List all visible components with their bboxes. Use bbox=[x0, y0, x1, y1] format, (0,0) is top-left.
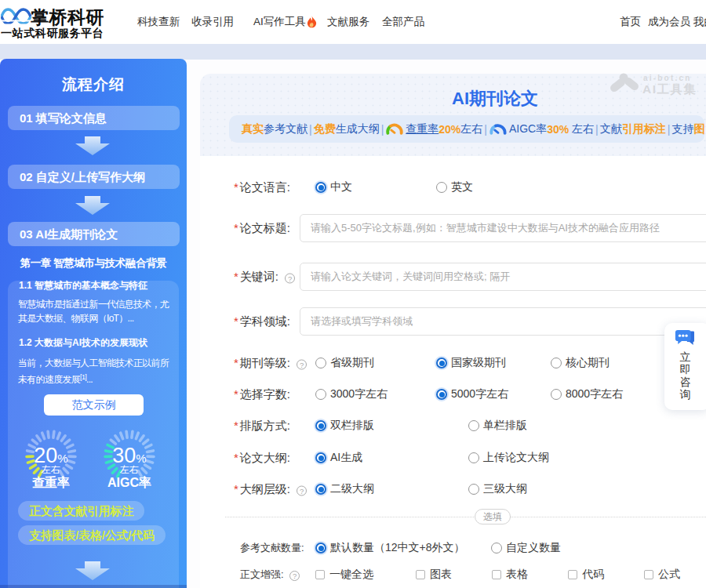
svg-text:AI工具集: AI工具集 bbox=[642, 82, 697, 96]
svg-text:ai-bot.cn: ai-bot.cn bbox=[643, 74, 691, 82]
